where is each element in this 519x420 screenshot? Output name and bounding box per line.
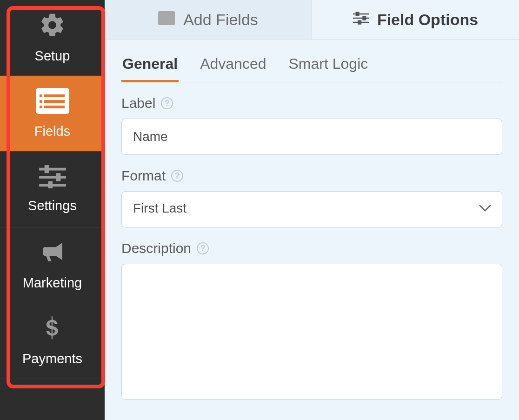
- svg-rect-21: [363, 16, 366, 20]
- gear-icon: [39, 12, 66, 42]
- sidebar-item-label: Marketing: [23, 275, 82, 291]
- svg-rect-9: [39, 176, 66, 179]
- sidebar-item-marketing[interactable]: Marketing: [0, 227, 105, 303]
- tab-add-fields[interactable]: Add Fields: [105, 0, 312, 40]
- sub-tab-bar: General Advanced Smart Logic: [121, 40, 502, 82]
- format-heading: Format: [121, 168, 166, 184]
- sidebar: Setup Fields Settings Marketing Payments: [0, 0, 105, 420]
- sidebar-item-label: Fields: [34, 124, 70, 139]
- dollar-icon: [44, 315, 61, 345]
- label-input[interactable]: [121, 119, 502, 155]
- tab-label: Add Fields: [183, 11, 258, 29]
- subtab-advanced[interactable]: Advanced: [199, 51, 267, 82]
- sidebar-item-fields[interactable]: Fields: [0, 76, 105, 152]
- sidebar-item-payments[interactable]: Payments: [0, 303, 105, 379]
- svg-rect-10: [56, 173, 60, 181]
- label-heading: Label: [121, 95, 155, 111]
- subtab-smart-logic[interactable]: Smart Logic: [288, 51, 369, 82]
- top-tab-bar: Add Fields Field Options: [105, 0, 519, 40]
- svg-rect-1: [40, 94, 42, 97]
- help-icon[interactable]: ?: [197, 242, 209, 254]
- svg-rect-19: [356, 12, 359, 15]
- tab-label: Field Options: [377, 11, 478, 29]
- description-heading: Description: [121, 240, 191, 256]
- svg-rect-6: [44, 106, 65, 108]
- megaphone-icon: [38, 240, 67, 269]
- format-select[interactable]: First Last: [121, 191, 502, 227]
- sidebar-item-label: Settings: [28, 198, 77, 213]
- field-label-row: Label ?: [121, 95, 502, 155]
- svg-rect-4: [44, 100, 65, 103]
- subtab-general[interactable]: General: [121, 51, 179, 82]
- svg-rect-7: [39, 168, 66, 171]
- help-icon[interactable]: ?: [161, 97, 173, 109]
- main-panel: Add Fields Field Options General Advance…: [105, 0, 519, 420]
- description-textarea[interactable]: [121, 264, 502, 400]
- sidebar-item-setup[interactable]: Setup: [0, 0, 105, 76]
- svg-rect-12: [48, 181, 53, 188]
- sliders-icon: [39, 165, 66, 192]
- tab-field-options[interactable]: Field Options: [312, 0, 519, 40]
- sliders-icon: [353, 11, 369, 29]
- help-icon[interactable]: ?: [171, 170, 183, 182]
- svg-rect-8: [44, 165, 49, 173]
- form-icon: [158, 11, 175, 29]
- svg-rect-2: [44, 94, 65, 97]
- field-description-row: Description ?: [121, 240, 502, 401]
- sidebar-item-label: Payments: [22, 351, 82, 367]
- svg-rect-3: [40, 100, 42, 103]
- sidebar-item-settings[interactable]: Settings: [0, 152, 105, 227]
- svg-rect-5: [40, 106, 42, 108]
- list-icon: [36, 88, 69, 117]
- field-format-row: Format ? First Last: [121, 168, 502, 227]
- svg-rect-23: [358, 20, 361, 24]
- content-area: General Advanced Smart Logic Label ? For…: [105, 40, 519, 420]
- sidebar-item-label: Setup: [35, 48, 70, 64]
